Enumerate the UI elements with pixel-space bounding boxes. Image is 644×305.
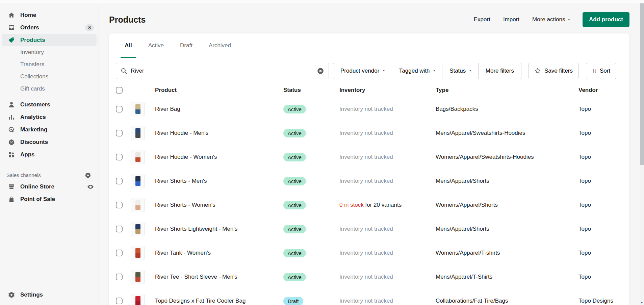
status-badge: Active: [283, 129, 306, 137]
vendor-cell: Topo: [578, 130, 623, 136]
sidebar-item-marketing[interactable]: Marketing: [0, 123, 99, 136]
row-checkbox[interactable]: [116, 130, 123, 136]
sidebar-item-products[interactable]: Products: [2, 34, 97, 46]
table-row[interactable]: Topo Designs x Fat Tire Cooler Bag Draft…: [109, 289, 629, 305]
type-cell: Womens/Apparel/Shorts: [436, 202, 578, 208]
status-badge: Active: [283, 273, 306, 281]
sort-label: Sort: [600, 68, 610, 74]
table-row[interactable]: River Tank - Women's Active Inventory no…: [109, 241, 629, 265]
sort-button[interactable]: ↑↓ Sort: [586, 63, 616, 79]
product-name-link[interactable]: River Shorts - Women's: [155, 202, 283, 208]
main-content: Products Export Import More actions ▾ Ad…: [99, 3, 640, 305]
table-row[interactable]: River Hoodie - Men's Active Inventory no…: [109, 121, 629, 145]
product-name-link[interactable]: River Bag: [155, 106, 283, 112]
sales-channels-nav: Online StorePoint of Sale: [0, 180, 99, 205]
column-header-vendor: Vendor: [578, 87, 623, 94]
inventory-text: Inventory not tracked: [339, 250, 393, 256]
eye-icon[interactable]: [87, 183, 94, 190]
select-all-checkbox[interactable]: [116, 87, 123, 94]
product-name-link[interactable]: River Tank - Women's: [155, 250, 283, 256]
table-row[interactable]: River Shorts - Women's Active 0 in stock…: [109, 193, 629, 217]
scrollbar-thumb[interactable]: [640, 3, 644, 165]
tab-active[interactable]: Active: [140, 33, 172, 58]
table-row[interactable]: River Bag Active Inventory not tracked B…: [109, 97, 629, 121]
table-body: River Bag Active Inventory not tracked B…: [109, 97, 629, 305]
vertical-scrollbar[interactable]: ▼: [640, 3, 644, 305]
vendor-cell: Topo: [578, 250, 623, 256]
inventory-text: Inventory not tracked: [339, 226, 393, 232]
sidebar-item-inventory[interactable]: Inventory: [0, 46, 99, 58]
sidebar-item-gift-cards[interactable]: Gift cards: [0, 83, 99, 95]
more-filters-button[interactable]: More filters: [479, 63, 521, 79]
inventory-text: Inventory not tracked: [339, 298, 393, 304]
gear-icon: [8, 291, 15, 298]
row-checkbox[interactable]: [116, 274, 123, 280]
row-checkbox[interactable]: [116, 298, 123, 304]
type-cell: Mens/Apparel/T-Shirts: [436, 274, 578, 280]
add-product-button[interactable]: Add product: [583, 12, 629, 27]
product-name-link[interactable]: River Shorts Lightweight - Men's: [155, 226, 283, 232]
product-name-link[interactable]: Topo Designs x Fat Tire Cooler Bag: [155, 298, 283, 304]
vendor-cell: Topo: [578, 226, 623, 232]
import-button[interactable]: Import: [503, 16, 519, 23]
sidebar-item-label: Customers: [20, 101, 50, 108]
tab-archived[interactable]: Archived: [201, 33, 239, 58]
vendor-cell: Topo: [578, 274, 623, 280]
table-row[interactable]: River Shorts Lightweight - Men's Active …: [109, 217, 629, 241]
sidebar-item-customers[interactable]: Customers: [0, 98, 99, 111]
status-badge: Active: [283, 105, 306, 113]
sidebar-item-collections[interactable]: Collections: [0, 71, 99, 83]
sidebar-item-point-of-sale[interactable]: Point of Sale: [0, 193, 99, 205]
sidebar-item-apps[interactable]: Apps: [0, 148, 99, 161]
row-checkbox[interactable]: [116, 226, 123, 232]
table-row[interactable]: River Hoodie - Women's Active Inventory …: [109, 145, 629, 169]
sidebar-nav: HomeOrders8ProductsInventoryTransfersCol…: [0, 9, 99, 161]
clear-search-icon[interactable]: [317, 67, 324, 75]
status-badge: Active: [283, 201, 306, 209]
search-input[interactable]: [131, 68, 313, 74]
sidebar-item-analytics[interactable]: Analytics: [0, 111, 99, 123]
filter-label: Status: [449, 68, 466, 74]
sidebar-item-online-store[interactable]: Online Store: [0, 180, 99, 193]
tab-draft[interactable]: Draft: [172, 33, 201, 58]
search-box[interactable]: [116, 63, 329, 79]
product-name-link[interactable]: River Shorts - Men's: [155, 178, 283, 184]
export-button[interactable]: Export: [474, 16, 490, 23]
more-actions-button[interactable]: More actions ▾: [532, 16, 570, 23]
filter-product-vendor-button[interactable]: Product vendor▾: [333, 63, 392, 79]
column-header-inventory: Inventory: [339, 87, 436, 94]
sidebar-item-home[interactable]: Home: [0, 9, 99, 21]
row-checkbox[interactable]: [116, 178, 123, 184]
product-name-link[interactable]: River Hoodie - Men's: [155, 130, 283, 136]
inventory-alert-text: 0 in stock: [339, 202, 364, 208]
product-thumbnail: [131, 270, 145, 284]
product-name-link[interactable]: River Hoodie - Women's: [155, 154, 283, 160]
filter-dropdown-group: Product vendor▾Tagged with▾Status▾More f…: [333, 63, 521, 79]
scrollbar-down-arrow-icon[interactable]: ▼: [640, 301, 644, 305]
inventory-text: Inventory not tracked: [339, 274, 393, 280]
row-checkbox[interactable]: [116, 250, 123, 256]
bar-chart-icon: [8, 114, 15, 121]
search-icon: [121, 68, 127, 74]
inventory-text: Inventory not tracked: [339, 106, 393, 112]
filter-tagged-with-button[interactable]: Tagged with▾: [392, 63, 442, 79]
filter-label: Tagged with: [399, 68, 430, 74]
filter-status-button[interactable]: Status▾: [442, 63, 479, 79]
sidebar-item-discounts[interactable]: Discounts: [0, 136, 99, 148]
type-cell: Collaborations/Fat Tire/Bags: [436, 298, 578, 304]
row-checkbox[interactable]: [116, 202, 123, 208]
sidebar-item-settings[interactable]: Settings: [0, 288, 99, 301]
tab-all[interactable]: All: [117, 33, 140, 58]
vendor-cell: Topo Designs: [578, 298, 623, 304]
row-checkbox[interactable]: [116, 154, 123, 160]
product-name-link[interactable]: River Tee - Short Sleeve - Men's: [155, 274, 283, 280]
plus-circle-icon[interactable]: [85, 172, 91, 178]
save-filters-button[interactable]: Save filters: [528, 63, 579, 79]
row-checkbox[interactable]: [116, 106, 123, 112]
sidebar-item-transfers[interactable]: Transfers: [0, 58, 99, 71]
sales-channels-label: Sales channels: [6, 172, 41, 178]
star-icon: [534, 68, 541, 74]
table-row[interactable]: River Tee - Short Sleeve - Men's Active …: [109, 265, 629, 289]
table-row[interactable]: River Shorts - Men's Active Inventory no…: [109, 169, 629, 193]
sidebar-item-orders[interactable]: Orders8: [0, 21, 99, 34]
